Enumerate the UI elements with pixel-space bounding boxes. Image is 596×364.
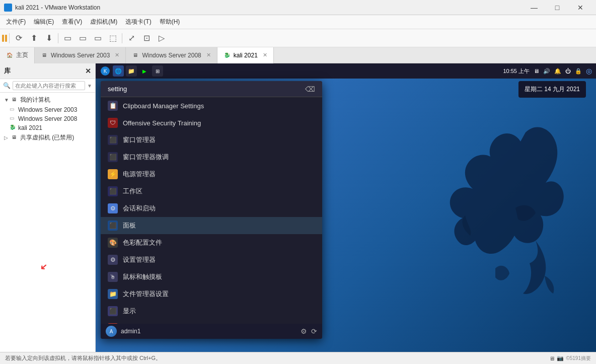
menu-tabs[interactable]: 选项卡(T) <box>121 16 155 28</box>
search-result-item[interactable]: 📋Clipboard Manager Settings <box>101 97 322 114</box>
settings-gear-icon[interactable]: ⚙ <box>301 327 307 335</box>
sidebar-header: 库 ✕ <box>0 63 95 79</box>
search-result-item[interactable]: ⬛窗口管理器微调 <box>101 149 322 166</box>
speaker-icon: 🔊 <box>543 68 550 75</box>
toolbar: ⟳ ⬆ ⬇ ▭ ▭ ▭ ⬚ ⤢ ⊡ ▷ <box>0 29 596 47</box>
home-icon: 🏠 <box>6 52 13 59</box>
kali-desktop: K 🌐 📁 ▶ ⊞ 10 <box>96 63 596 352</box>
username-label: admin1 <box>121 328 140 335</box>
search-result-item[interactable]: 🛡Offensive Security Training <box>101 114 322 131</box>
search-clear-icon[interactable]: ⌫ <box>303 83 317 95</box>
kali-desktop-area[interactable]: K 🌐 📁 ▶ ⊞ 10 <box>96 63 596 352</box>
search-dropdown-icon[interactable]: ▼ <box>87 83 92 89</box>
result-label: 设置管理器 <box>123 255 156 264</box>
tree-root[interactable]: ▼ 🖥 我的计算机 <box>0 95 95 105</box>
menu-vm[interactable]: 虚拟机(M) <box>86 16 121 28</box>
vm1-icon: ▭ <box>10 106 17 113</box>
close-tab-2008[interactable]: ✕ <box>206 52 211 58</box>
result-label: 会话和启动 <box>123 204 156 213</box>
close-button[interactable]: ✕ <box>569 0 592 15</box>
kali-bottom-bar: A admin1 ⚙ ⟳ <box>101 324 322 339</box>
toolbar-btn-3[interactable]: ⬇ <box>42 31 56 45</box>
kali-files-icon[interactable]: 📁 <box>126 65 137 77</box>
menu-help[interactable]: 帮助(H) <box>156 16 184 28</box>
result-icon: 🖱 <box>108 272 118 282</box>
result-label: 电源管理器 <box>123 170 156 179</box>
tab-kali[interactable]: 🐉 kali 2021 ✕ <box>217 47 274 63</box>
status-text: 若要输入定向到该虚拟机，请将鼠标指针移入其中或按 Ctrl+G。 <box>5 354 161 362</box>
search-result-item[interactable]: ⚙会话和启动 <box>101 200 322 217</box>
result-label: 色彩配置文件 <box>123 238 162 247</box>
close-tab-kali[interactable]: ✕ <box>263 52 267 58</box>
user-circle-icon[interactable]: ◎ <box>586 67 592 75</box>
search-result-item[interactable]: 🎨色彩配置文件 <box>101 234 322 251</box>
search-result-item[interactable]: 🖱鼠标和触摸板 <box>101 268 322 285</box>
sidebar-close-btn[interactable]: ✕ <box>85 67 91 75</box>
toolbar-btn-9[interactable]: ⊡ <box>139 31 154 45</box>
sidebar-item-vm1[interactable]: ▭ Windows Server 2003 <box>0 105 95 114</box>
menu-edit[interactable]: 编辑(E) <box>30 16 58 28</box>
result-icon: ⚙ <box>108 255 118 265</box>
toolbar-btn-6[interactable]: ▭ <box>91 31 105 45</box>
expand-icon: ▼ <box>4 97 10 103</box>
kali-time: 10:55 上午 <box>503 67 530 75</box>
kali-search-input[interactable] <box>106 81 303 97</box>
toolbar-btn-4[interactable]: ▭ <box>60 31 74 45</box>
search-result-item[interactable]: ⚙设置管理器 <box>101 251 322 268</box>
kali-terminal-icon[interactable]: ▶ <box>139 65 150 77</box>
app-icon <box>4 4 12 12</box>
search-result-item[interactable]: ⚡电源管理器 <box>101 166 322 183</box>
tab-home[interactable]: 🏠 主页 <box>0 47 35 63</box>
toolbar-btn-7[interactable]: ⬚ <box>106 31 120 45</box>
monitor-icon: 🖥 <box>534 68 539 74</box>
search-result-item[interactable]: ⬛工作区 <box>101 183 322 200</box>
result-icon: 📁 <box>108 289 118 299</box>
toolbar-btn-10[interactable]: ▷ <box>155 31 169 45</box>
result-icon: 📋 <box>108 101 118 111</box>
toolbar-btn-1[interactable]: ⟳ <box>12 31 26 45</box>
kali-browser-icon[interactable]: 🌐 <box>113 65 124 77</box>
status-watermark: ©5191摘要 <box>566 355 591 362</box>
dragon-silhouette <box>425 107 576 309</box>
lock-icon[interactable]: 🔒 <box>575 68 582 75</box>
maximize-button[interactable]: □ <box>546 0 569 15</box>
menu-file[interactable]: 文件(F) <box>2 16 30 28</box>
search-icon: 🔍 <box>3 82 11 89</box>
tab-windows-2003[interactable]: 🖥 Windows Server 2003 ✕ <box>35 47 126 63</box>
svg-text:K: K <box>104 68 107 74</box>
toolbar-btn-8[interactable]: ⤢ <box>124 31 138 45</box>
refresh-icon[interactable]: ⟳ <box>311 327 317 335</box>
date-tooltip: 星期二 14 九月 2021 <box>518 81 586 98</box>
search-result-item[interactable]: ⬛显示 <box>101 303 322 320</box>
kali-menu-icon[interactable]: K <box>100 65 111 77</box>
status-right-icons: 🖥 📷 ©5191摘要 <box>549 355 591 362</box>
search-result-item[interactable]: ⬛面板 <box>101 217 322 234</box>
sidebar-tree: ▼ 🖥 我的计算机 ▭ Windows Server 2003 ▭ Window… <box>0 93 95 352</box>
menu-view[interactable]: 查看(V) <box>58 16 86 28</box>
kali-icon: 🐉 <box>10 124 17 131</box>
status-monitor-icon: 🖥 <box>549 355 555 361</box>
result-icon: ⬛ <box>108 306 118 316</box>
kali-taskbar: K 🌐 📁 ▶ ⊞ 10 <box>96 63 596 79</box>
shared-expand-icon: ▷ <box>4 135 10 140</box>
result-label: 显示 <box>123 307 136 316</box>
vm-icon-2003: 🖥 <box>41 52 48 59</box>
toolbar-btn-5[interactable]: ▭ <box>76 31 90 45</box>
tabs-bar: 🏠 主页 🖥 Windows Server 2003 ✕ 🖥 Windows S… <box>0 47 596 63</box>
sidebar-item-shared[interactable]: ▷ 🖥 共享虚拟机 (已禁用) <box>0 132 95 143</box>
power-icon[interactable]: ⏻ <box>565 68 571 74</box>
kali-extra-icon[interactable]: ⊞ <box>152 65 163 77</box>
close-tab-2003[interactable]: ✕ <box>115 52 119 58</box>
search-results-list: 📋Clipboard Manager Settings🛡Offensive Se… <box>101 97 322 339</box>
result-icon: ⬛ <box>108 186 118 196</box>
pause-button[interactable] <box>2 35 7 42</box>
result-label: 面板 <box>123 221 136 230</box>
search-result-item[interactable]: ⬛窗口管理器 <box>101 131 322 149</box>
minimize-button[interactable]: — <box>523 0 546 15</box>
search-input[interactable] <box>13 81 85 90</box>
search-result-item[interactable]: 📁文件管理器设置 <box>101 285 322 303</box>
toolbar-btn-2[interactable]: ⬆ <box>27 31 41 45</box>
tab-windows-2008[interactable]: 🖥 Windows Server 2008 ✕ <box>126 47 217 63</box>
sidebar-item-kali[interactable]: 🐉 kali 2021 <box>0 123 95 132</box>
sidebar-item-vm2[interactable]: ▭ Windows Server 2008 <box>0 114 95 123</box>
